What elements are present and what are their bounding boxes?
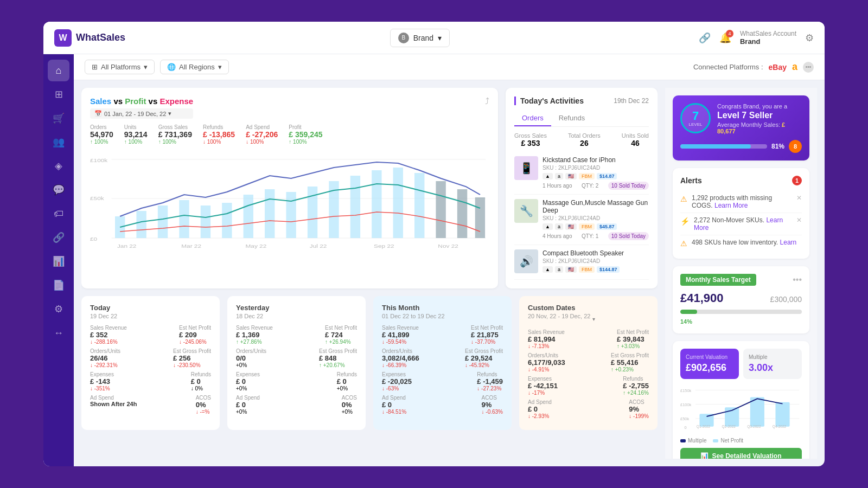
stat-today-acos: ACOS 0% ↓ -=% [196,395,211,415]
metric-refunds: Refunds £ -13,865 ↓ 100% [203,124,235,145]
svg-rect-11 [222,203,232,238]
stat-yesterday: Yesterday 18 Dec 22 Sales Revenue £ 1,36… [227,296,366,430]
svg-rect-40 [775,402,789,427]
product-sku-1: SKU : 2KLPJ6UIC24AD [542,215,649,221]
product-name-1: Massage Gun,Muscle Massage Gun Deep [542,199,649,214]
svg-text:Q4-2022: Q4-2022 [773,425,787,429]
see-valuation-button[interactable]: 📊 See Detailed Valuation [680,448,802,459]
stat-custom-refunds: Refunds £ -2,755 ↑ +24.16% [623,376,649,396]
svg-text:0: 0 [684,425,686,430]
platforms-label: All Platforms [101,63,141,71]
product-item-0: 📱 Kickstand Case for iPhon SKU : 2KLPJ6U… [514,152,649,195]
product-sku-2: SKU : 2KLPJ6UIC24AD [542,258,649,264]
level-progress-bar [680,144,767,149]
stat-yesterday-row3: Expenses £ 0 +0% Refunds £ 0 +0% [236,371,357,391]
notification-badge: 4 [726,30,733,37]
sidebar-item-layers[interactable]: ◈ [48,155,69,177]
svg-text:Mar 22: Mar 22 [181,243,201,248]
alert-link-2[interactable]: Learn [780,239,797,246]
logo-icon: W [54,29,72,47]
monthly-dots[interactable]: ••• [793,275,802,285]
tab-orders[interactable]: Orders [514,111,551,126]
stat-yesterday-date: 18 Dec 22 [236,313,357,319]
connected-label: Connected Platforms : [693,63,763,71]
stat-custom-row2: Orders/Units 6,177/9,033 ↓ -4.91% Est Gr… [528,352,649,373]
sidebar-item-chart[interactable]: 📊 [48,251,69,272]
metric-units: Units 93,214 ↑ 100% [124,124,148,145]
platforms-icon: ⊞ [92,63,98,71]
stat-thismonth-grossprofit: Est Gross Profit £ 29,524 ↓ -45.92% [465,348,503,368]
valuation-header: Current Valuation £902,656 Multiple 3.00… [680,349,802,379]
chevron-down-icon: ▾ [438,34,442,42]
logo-text: WhatSales [76,32,125,43]
notification-icon[interactable]: 🔔 4 [719,32,731,44]
sidebar-item-doc[interactable]: 📄 [48,274,69,296]
svg-text:£0: £0 [90,236,97,241]
sidebar-item-gear[interactable]: ⚙ [48,298,69,320]
stat-today-row2: Orders/Units 26/46 ↓ -292.31% Est Gross … [90,348,211,368]
sidebar-item-home[interactable]: ⌂ [48,60,69,81]
level-title: Level 7 Seller [717,111,802,120]
ebay-logo: eBay [769,63,787,72]
platforms-button[interactable]: ⊞ All Platforms ▾ [85,60,155,74]
stat-custom-revenue: Sales Revenue £ 81,994 ↓ -7.13% [528,329,565,349]
level-progress: 81% 8 [680,140,802,153]
val-multiple-label: Multiple [749,354,796,360]
alerts-count: 1 [792,176,802,185]
stat-thismonth-netprofit: Est Net Profit £ 21,875 ↓ -37.70% [471,325,503,345]
tab-refunds[interactable]: Refunds [551,111,592,126]
activities-card: Today's Activities 19th Dec 22 Orders Re… [506,88,658,288]
stat-today-orders: Orders/Units 26/46 ↓ -292.31% [90,348,120,368]
stat-today-revenue: Sales Revenue £ 352 ↓ -288.16% [90,325,127,345]
level-text: LEVEL [689,122,703,127]
svg-rect-8 [158,206,168,238]
chart-date-range[interactable]: 📅 01 Jan, 22 - 19 Dec, 22 ▾ [90,108,193,119]
stat-today-title: Today [90,304,211,312]
alerts-header: Alerts 1 [680,176,802,185]
custom-date-chevron[interactable]: ▾ [592,316,595,322]
level-card: 7 LEVEL Congrats Brand, you are a Level … [673,95,809,160]
alert-warn-icon-0: ⚠ [680,195,687,203]
val-current: Current Valuation £902,656 [680,349,739,379]
brand-selector[interactable]: B Brand ▾ [390,29,450,47]
sidebar-item-link[interactable]: 🔗 [48,227,69,248]
svg-rect-7 [136,211,146,238]
product-footer-1: 4 Hours ago QTY: 1 10 Sold Today [542,232,649,240]
sidebar-item-grid[interactable]: ⊞ [48,84,69,105]
alert-item-0: ⚠ 1,292 products with missing COGS. Lear… [680,191,802,213]
sidebar-item-tag[interactable]: 🏷 [48,203,69,224]
metric-adspend: Ad Spend £ -27,206 ↓ 100% [246,124,278,145]
toolbar: ⊞ All Platforms ▾ 🌐 All Regions ▾ Connec… [74,54,825,80]
product-image-1: 🔧 [514,199,538,223]
avg-sales-text: Average Monthly Sales: £ 80,677 [717,121,802,134]
sidebar-item-connect[interactable]: ↔ [48,322,69,344]
monthly-values: £41,900 £300,000 [680,291,802,305]
chart-title-area: Sales vs Profit vs Expense 📅 01 Ja [90,97,193,119]
fbm-badge-1: FBM [579,223,595,230]
amazon-a-0: a [555,173,563,179]
alert-close-0[interactable]: ✕ [796,194,802,202]
level-info: Congrats Brand, you are a Level 7 Seller… [717,103,802,134]
platforms-chevron: ▾ [144,63,148,71]
val-multiple-value: 3.00x [749,362,796,374]
link-icon[interactable]: 🔗 [699,32,711,44]
stat-thismonth-row3: Expenses £ -20,025 ↓ -63% Refunds £ -1,4… [382,371,503,391]
alert-close-1[interactable]: ✕ [796,216,802,224]
account-icon[interactable]: ⚙ [805,32,814,44]
sidebar-item-message[interactable]: 💬 [48,179,69,201]
monthly-title: Monthly Sales Target [680,274,756,286]
amazon-a-1: a [555,223,563,230]
stat-thismonth-date: 01 Dec 22 to 19 Dec 22 [382,313,503,319]
alert-link-0[interactable]: Learn More [714,202,748,209]
multiple-dot [680,439,686,442]
sidebar-item-users[interactable]: 👥 [48,131,69,153]
regions-button[interactable]: 🌐 All Regions ▾ [160,60,229,74]
share-icon[interactable]: ⤴ [485,97,489,106]
svg-text:£100k: £100k [90,157,108,163]
monthly-target-val: £300,000 [770,295,802,304]
product-info-0: Kickstand Case for iPhon SKU : 2KLPJ6UIC… [542,156,649,190]
stat-today-row3: Expenses £ -143 ↓ -351% Refunds £ 0 ↓ 0% [90,371,211,391]
svg-rect-14 [286,192,296,238]
sidebar-item-cart[interactable]: 🛒 [48,107,69,129]
brand-label: Brand [413,34,433,42]
